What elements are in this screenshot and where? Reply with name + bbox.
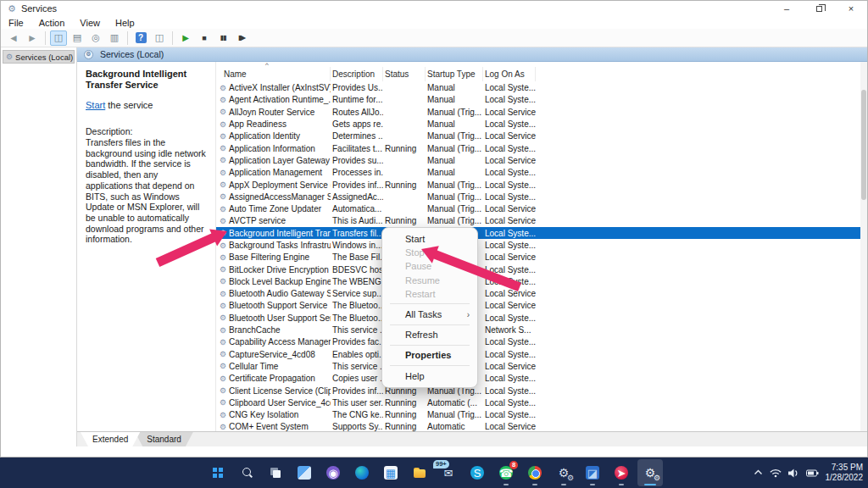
table-row[interactable]: ⚙Auto Time Zone UpdaterAutomatica...Manu… [216, 202, 860, 214]
refresh-button[interactable]: ◎ [87, 30, 104, 46]
cell-log-on-as: Local Service [483, 289, 536, 298]
edge-icon [355, 466, 369, 480]
properties-icon: ▤ [73, 33, 81, 42]
menu-help[interactable]: Help [108, 18, 142, 28]
pause-service-button[interactable]: ▮▮ [214, 30, 231, 46]
restart-service-button[interactable]: ▮▶ [233, 30, 250, 46]
table-row[interactable]: ⚙Client License Service (ClipS...Provide… [216, 385, 860, 396]
context-menu-start[interactable]: Start [382, 232, 477, 246]
table-row[interactable]: ⚙Bluetooth Audio Gateway S...Service sup… [216, 288, 860, 300]
service-gear-icon: ⚙ [220, 120, 226, 129]
taskbar-icon-file-explorer[interactable] [407, 459, 432, 486]
help-button[interactable]: ? [132, 30, 149, 46]
taskbar-icon-services[interactable]: ⚙ [637, 459, 663, 486]
table-row[interactable]: ⚙Clipboard User Service_4cd08This user s… [216, 396, 860, 408]
table-row[interactable]: ⚙Application InformationFacilitates t...… [216, 142, 860, 154]
table-row[interactable]: ⚙Bluetooth Support ServiceThe Bluetoo...… [216, 300, 860, 312]
table-row[interactable]: ⚙BranchCacheThis service ...Network S... [216, 324, 860, 336]
export-list-button[interactable]: ▥ [106, 30, 123, 46]
table-row[interactable]: ⚙BitLocker Drive Encryption ...BDESVC ho… [216, 263, 860, 275]
table-row[interactable]: ⚙Background Intelligent Tran...Transfers… [216, 227, 860, 239]
taskbar-icon-photos[interactable]: ◪ [580, 459, 605, 486]
table-row[interactable]: ⚙COM+ Event SystemSupports Sy...RunningA… [216, 421, 860, 431]
table-row[interactable]: ⚙Application ManagementProcesses in...Ma… [216, 167, 860, 179]
taskbar-icon-red-app[interactable]: ➤ [609, 459, 634, 486]
table-row[interactable]: ⚙AssignedAccessManager Se...AssignedAc..… [216, 191, 860, 202]
restore-button[interactable] [803, 1, 835, 16]
table-row[interactable]: ⚙Application Layer Gateway ...Provides s… [216, 154, 860, 166]
taskbar-icon-widgets[interactable] [292, 459, 317, 486]
battery-icon[interactable] [806, 469, 819, 477]
services-active-indicator [644, 484, 656, 485]
table-row[interactable]: ⚙Capability Access Manager ...Provides f… [216, 336, 860, 348]
table-row[interactable]: ⚙Background Tasks Infrastruc...Windows i… [216, 239, 860, 251]
vertical-scrollbar[interactable] [860, 62, 867, 431]
stop-service-button[interactable]: ■ [196, 30, 213, 46]
forward-button[interactable]: ► [24, 30, 41, 46]
context-menu-properties[interactable]: Properties [382, 348, 477, 362]
context-menu-all-tasks[interactable]: All Tasks› [382, 308, 477, 321]
cell-description: AssignedAc... [331, 192, 383, 202]
menu-view[interactable]: View [72, 18, 108, 28]
service-name: Cellular Time [229, 362, 278, 371]
table-row[interactable]: ⚙AVCTP serviceThis is Audi...RunningManu… [216, 215, 860, 227]
cell-startup-type: Automatic (... [426, 398, 483, 408]
taskbar-icon-task-view[interactable] [263, 459, 288, 486]
cell-name: ⚙Application Identity [216, 131, 331, 141]
tab-standard[interactable]: Standard [135, 432, 193, 446]
cell-status: Running [383, 180, 426, 190]
taskbar-icon-start[interactable] [205, 459, 231, 486]
table-row[interactable]: ⚙AllJoyn Router ServiceRoutes AllJo...Ma… [216, 106, 860, 118]
wifi-icon[interactable] [770, 469, 782, 478]
cell-startup-type: Manual [426, 119, 483, 129]
table-row[interactable]: ⚙Block Level Backup Engine ...The WBENG.… [216, 275, 860, 287]
table-row[interactable]: ⚙CNG Key IsolationThe CNG ke...RunningMa… [216, 409, 860, 421]
table-row[interactable]: ⚙Certificate PropagationCopies user ...L… [216, 373, 860, 385]
table-row[interactable]: ⚙Base Filtering EngineThe Base Fil...Loc… [216, 252, 860, 263]
red-app-running-indicator [619, 484, 624, 485]
context-menu-label: Resume [405, 275, 440, 286]
tray-chevron-icon[interactable] [754, 469, 763, 476]
tab-extended[interactable]: Extended [81, 432, 140, 446]
taskbar-icon-settings-gears[interactable]: ⚙ [551, 459, 576, 486]
table-row[interactable]: ⚙Bluetooth User Support Ser...The Blueto… [216, 312, 860, 324]
start-service-link[interactable]: Start [86, 100, 105, 110]
properties-button[interactable]: ▤ [69, 30, 86, 46]
taskbar-icon-skype[interactable]: S [465, 459, 490, 486]
table-row[interactable]: ⚙App ReadinessGets apps re...ManualLocal… [216, 118, 860, 130]
tree-item-services-local[interactable]: ⚙ Services (Local) [3, 50, 75, 64]
taskbar-icon-edge[interactable] [349, 459, 375, 486]
column-header-startup[interactable]: Startup Type [426, 67, 483, 81]
scrollbar-thumb[interactable] [861, 90, 866, 200]
context-menu-help[interactable]: Help [382, 369, 477, 383]
start-service-button[interactable]: ▶ [177, 30, 194, 46]
taskbar-icon-mail[interactable]: ✉99+ [436, 459, 461, 486]
table-row[interactable]: ⚙Agent Activation Runtime_...Runtime for… [216, 94, 860, 106]
show-action-pane-button[interactable]: ◫ [151, 30, 168, 46]
table-row[interactable]: ⚙Application IdentityDetermines ...Manua… [216, 130, 860, 142]
taskbar-icon-store[interactable]: ▦ [378, 459, 403, 486]
column-header-desc[interactable]: Description [331, 67, 383, 81]
table-row[interactable]: ⚙CaptureService_4cd08Enables opti...Loca… [216, 348, 860, 360]
table-row[interactable]: ⚙ActiveX Installer (AxInstSV)Provides Us… [216, 82, 860, 94]
cell-log-on-as: Local Syste... [483, 119, 536, 129]
close-icon: × [849, 3, 854, 14]
minimize-button[interactable]: – [771, 1, 803, 16]
context-menu-refresh[interactable]: Refresh [382, 328, 477, 341]
taskbar-icon-chat[interactable]: ◉ [320, 459, 346, 486]
menu-action[interactable]: Action [31, 18, 73, 28]
back-button[interactable]: ◄ [5, 30, 22, 46]
volume-icon[interactable] [788, 469, 799, 478]
taskbar-icon-chrome[interactable] [522, 459, 548, 486]
table-row[interactable]: ⚙AppX Deployment Service (...Provides in… [216, 179, 860, 191]
column-header-status[interactable]: Status [383, 67, 426, 81]
close-button[interactable]: × [835, 1, 867, 16]
column-header-name[interactable]: Name [216, 67, 331, 81]
taskbar-icon-search[interactable] [234, 459, 259, 486]
menu-file[interactable]: File [1, 18, 31, 28]
column-header-logon[interactable]: Log On As [483, 67, 536, 81]
show-console-tree-button[interactable]: ◫ [50, 30, 67, 46]
table-row[interactable]: ⚙Cellular TimeThis service ...Local Serv… [216, 360, 860, 372]
taskbar-clock[interactable]: 7:35 PM 1/28/2022 [826, 463, 864, 483]
taskbar-icon-whatsapp[interactable]: ☎8 [493, 459, 519, 486]
